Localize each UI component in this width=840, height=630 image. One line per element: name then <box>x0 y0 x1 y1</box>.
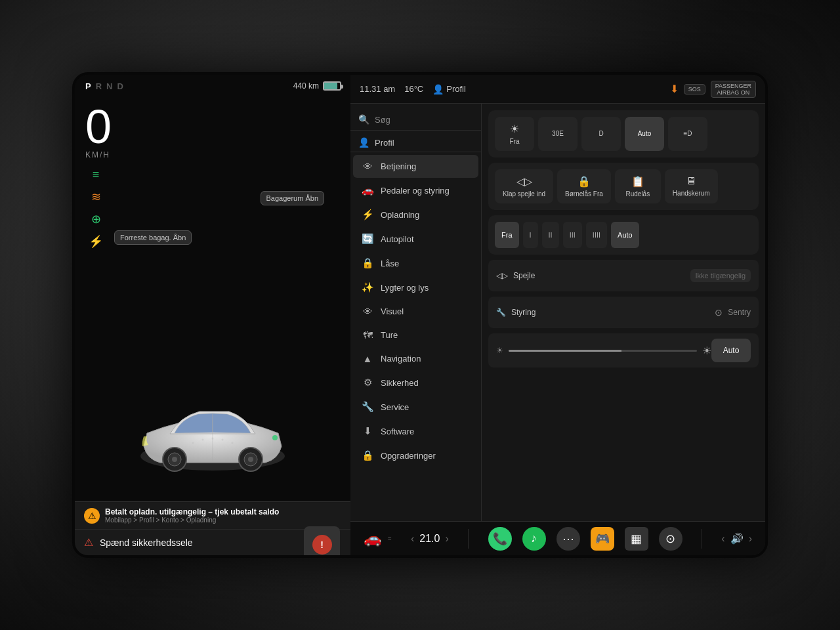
lygter-label: Lygter og lys <box>381 283 429 293</box>
wiper-auto-btn[interactable]: Auto <box>611 222 639 248</box>
top-bar-icons: ⬇ SOS PASSENGERAIRBAG ON <box>670 81 756 98</box>
software-icon: ⬇ <box>361 425 374 437</box>
apps-grid-icon[interactable]: ⋯ <box>556 527 580 551</box>
nav-item-navigation[interactable]: ▲ Navigation <box>353 347 478 370</box>
nav-item-visuel[interactable]: 👁 Visuel <box>353 300 478 323</box>
volume-icon[interactable]: 🔊 <box>730 532 744 545</box>
svg-point-3 <box>172 457 177 462</box>
glove-box-btn[interactable]: 🖥 Handskerum <box>665 169 718 203</box>
wiper-indicator: ≈ <box>388 535 392 542</box>
nav-item-service[interactable]: 🔧 Service <box>353 395 478 419</box>
games-app-icon[interactable]: 🎮 <box>591 527 614 551</box>
phone-app-icon[interactable]: 📞 <box>488 527 512 551</box>
rear-trunk-label[interactable]: Bagagerum Åbn <box>261 191 325 205</box>
mirror-status-label: ◁▷ Spejle <box>496 271 535 280</box>
right-panel: 11.31 am 16°C 👤 Profil ⬇ SOS PASSENGERAI… <box>350 75 765 555</box>
profile-nav-label: Profil <box>375 138 394 148</box>
betjening-icon: 👁 <box>361 161 374 172</box>
mirror-not-available: Ikke tilgængelig <box>690 269 751 282</box>
seatbelt-buckle-icon: ! <box>304 526 340 555</box>
outer-background: P R N D 440 km <box>0 0 840 630</box>
nav-item-software[interactable]: ⬇ Software <box>353 419 478 443</box>
nav-item-autopilot[interactable]: 🔄 Autopilot <box>353 227 478 251</box>
light-30e-btn[interactable]: 30E <box>538 117 578 151</box>
nav-item-pedaler[interactable]: 🚗 Pedaler og styring <box>353 178 478 202</box>
nav-item-opgraderinger[interactable]: 🔒 Opgraderinger <box>353 444 478 467</box>
front-trunk-label[interactable]: Forreste bagag. Åbn <box>114 230 192 245</box>
betjening-label: Betjening <box>381 161 416 171</box>
child-lock-btn[interactable]: 🔒 Børnelås Fra <box>557 169 611 203</box>
profile-button[interactable]: 👤 Profil <box>432 84 466 94</box>
sos-badge: SOS <box>684 84 705 94</box>
gear-d[interactable]: D <box>117 81 123 91</box>
window-lock-btn[interactable]: 📋 Rudelås <box>615 169 661 203</box>
brightness-high-icon: ☀ <box>702 345 711 357</box>
screen-bezel: P R N D 440 km <box>72 72 768 558</box>
pedaler-icon: 🚗 <box>361 184 374 196</box>
mirror-status-icon: ◁▷ <box>496 271 508 280</box>
speed-block: 0 KM/H <box>75 98 350 165</box>
seatbelt-text: Spænd sikkerhedssele <box>100 537 193 548</box>
battery-display: 440 km <box>293 81 341 91</box>
light-off-btn[interactable]: ☀ Fra <box>495 117 534 151</box>
temp-right-arrow[interactable]: › <box>445 533 448 545</box>
gear-n[interactable]: N <box>106 81 113 91</box>
brightness-low-icon: ☀ <box>496 346 503 355</box>
time-display: 11.31 am <box>360 84 395 94</box>
wiper-1-btn[interactable]: I <box>523 222 538 248</box>
seatbelt-bar: ⚠ Spænd sikkerhedssele ! <box>75 529 350 555</box>
fold-mirrors-btn[interactable]: ◁▷ Klap spejle ind <box>495 169 553 203</box>
app-bar: 📞 ♪ ⋯ 🎮 ▦ ⊙ <box>488 527 682 551</box>
search-bar[interactable]: 🔍 Søg <box>350 109 481 131</box>
lygter-icon: ✨ <box>361 282 374 293</box>
nav-item-betjening[interactable]: 👁 Betjening <box>353 155 478 178</box>
light-high-btn[interactable]: ≡D <box>668 117 707 151</box>
brightness-auto-btn[interactable]: Auto <box>711 339 751 362</box>
volume-left-arrow[interactable]: ‹ <box>721 533 724 545</box>
opgraderinger-label: Opgraderinger <box>381 451 436 461</box>
nav-item-lygter[interactable]: ✨ Lygter og lys <box>353 276 478 299</box>
nav-item-ture[interactable]: 🗺 Ture <box>353 324 478 346</box>
brightness-slider[interactable] <box>509 350 697 352</box>
nav-item-laase[interactable]: 🔒 Låse <box>353 251 478 275</box>
battery-km: 440 km <box>293 81 319 91</box>
left-panel: P R N D 440 km <box>75 75 350 555</box>
gear-r[interactable]: R <box>96 81 102 91</box>
screen: P R N D 440 km <box>75 75 765 555</box>
light-auto-btn[interactable]: Auto <box>625 117 664 151</box>
laase-icon: 🔒 <box>361 257 374 269</box>
service-label: Service <box>381 402 409 412</box>
visuel-label: Visuel <box>381 306 404 316</box>
camera-app-icon[interactable]: ⊙ <box>659 527 682 551</box>
temp-left-arrow[interactable]: ‹ <box>411 533 414 545</box>
volume-right-arrow[interactable]: › <box>749 533 752 545</box>
passenger-airbag-badge: PASSENGERAIRBAG ON <box>711 81 756 98</box>
nav-item-opladning[interactable]: ⚡ Opladning <box>353 203 478 226</box>
alert-icon: ⚠ <box>84 508 100 524</box>
steering-icon: 🔧 <box>496 308 506 317</box>
window-lock-icon: 📋 <box>631 175 644 188</box>
profile-header[interactable]: 👤 Profil <box>350 133 481 152</box>
svg-point-12 <box>222 439 224 441</box>
dash-app-icon[interactable]: ▦ <box>625 527 648 551</box>
car-bottom-icon: 🚗 <box>364 530 381 547</box>
svg-point-13 <box>232 442 234 444</box>
ture-label: Ture <box>381 330 398 340</box>
wiper-4-btn[interactable]: IIII <box>586 222 607 248</box>
gear-p[interactable]: P <box>85 81 92 91</box>
sentry-label: Sentry <box>728 308 751 317</box>
wiper-off-btn[interactable]: Fra <box>495 222 519 248</box>
brightness-row: ☀ ☀ Auto <box>488 333 759 368</box>
alert-bar: ⚠ Betalt opladn. utilgængelig – tjek ube… <box>75 501 350 529</box>
wiper-3-btn[interactable]: III <box>563 222 582 248</box>
light-d-btn[interactable]: D <box>581 117 621 151</box>
autopilot-icon: 🔄 <box>361 233 374 245</box>
nav-item-sikkerhed[interactable]: ⚙ Sikkerhed <box>353 371 478 394</box>
profile-nav-icon: 👤 <box>358 137 369 148</box>
svg-point-10 <box>202 439 204 441</box>
wiper-2-btn[interactable]: II <box>542 222 559 248</box>
opladning-label: Opladning <box>381 210 419 220</box>
music-app-icon[interactable]: ♪ <box>522 527 546 551</box>
battery-icon <box>323 81 341 91</box>
wiper-section: Fra I II III IIII Auto <box>488 215 759 255</box>
